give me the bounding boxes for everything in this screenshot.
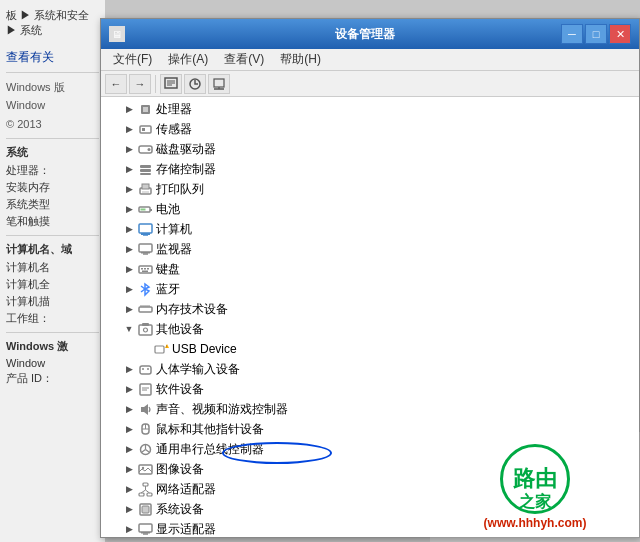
label-monitor: 监视器: [156, 241, 192, 258]
system-type-label: 系统类型: [6, 197, 99, 212]
tree-item-audio[interactable]: ▶ 声音、视频和游戏控制器: [101, 399, 639, 419]
arrow-bluetooth: ▶: [121, 281, 137, 297]
tree-item-keyboard[interactable]: ▶ 键盘: [101, 259, 639, 279]
product-id-label: 产品 ID：: [6, 371, 99, 386]
divider-1: [6, 72, 99, 73]
svg-rect-22: [140, 208, 145, 210]
menu-view[interactable]: 查看(V): [216, 49, 272, 70]
tree-item-usb-device[interactable]: ▶ ! USB Device: [101, 339, 639, 359]
tree-item-processor[interactable]: ▶ 处理器: [101, 99, 639, 119]
arrow-image: ▶: [121, 461, 137, 477]
divider-4: [6, 332, 99, 333]
tree-item-other[interactable]: ▼ 其他设备: [101, 319, 639, 339]
arrow-disk: ▶: [121, 141, 137, 157]
menu-action[interactable]: 操作(A): [160, 49, 216, 70]
update-icon: [188, 77, 202, 91]
icon-keyboard: [137, 261, 153, 277]
icon-sensor: [137, 121, 153, 137]
svg-rect-46: [140, 366, 151, 374]
computer-desc-label: 计算机描: [6, 294, 99, 309]
scan-button[interactable]: [208, 74, 230, 94]
arrow-software: ▶: [121, 381, 137, 397]
svg-rect-9: [143, 107, 148, 112]
svg-point-13: [147, 148, 150, 151]
maximize-button[interactable]: □: [585, 24, 607, 44]
icon-computer: [137, 221, 153, 237]
label-keyboard: 键盘: [156, 261, 180, 278]
arrow-processor: ▶: [121, 101, 137, 117]
svg-rect-32: [147, 268, 149, 270]
tree-item-sensor[interactable]: ▶ 传感器: [101, 119, 639, 139]
arrow-mouse: ▶: [121, 421, 137, 437]
arrow-battery: ▶: [121, 201, 137, 217]
menu-help[interactable]: 帮助(H): [272, 49, 329, 70]
svg-line-57: [142, 449, 146, 452]
label-usb-device: USB Device: [172, 342, 237, 356]
svg-rect-34: [139, 307, 152, 312]
label-image: 图像设备: [156, 461, 204, 478]
back-button[interactable]: ←: [105, 74, 127, 94]
update-button[interactable]: [184, 74, 206, 94]
svg-line-58: [145, 449, 149, 452]
tree-item-memory[interactable]: ▶ 内存技术设备: [101, 299, 639, 319]
forward-button[interactable]: →: [129, 74, 151, 94]
label-storage: 存储控制器: [156, 161, 216, 178]
windows-value: Window: [6, 357, 99, 369]
svg-rect-19: [142, 191, 149, 193]
arrow-system: ▶: [121, 501, 137, 517]
pen-label: 笔和触摸: [6, 214, 99, 229]
watermark: 路由 之家 (www.hhhyh.com): [430, 432, 640, 542]
see-also-title[interactable]: 查看有关: [6, 49, 99, 66]
watermark-logo-circle: 路由 之家: [500, 444, 570, 514]
minimize-button[interactable]: ─: [561, 24, 583, 44]
icon-processor: [137, 101, 153, 117]
label-battery: 电池: [156, 201, 180, 218]
close-button[interactable]: ✕: [609, 24, 631, 44]
svg-rect-40: [139, 325, 152, 335]
divider-3: [6, 235, 99, 236]
icon-image: [137, 461, 153, 477]
tree-item-disk[interactable]: ▶ 磁盘驱动器: [101, 139, 639, 159]
svg-rect-18: [142, 184, 149, 189]
tree-item-storage[interactable]: ▶ 存储控制器: [101, 159, 639, 179]
svg-text:!: !: [166, 344, 167, 348]
svg-rect-10: [140, 126, 151, 133]
icon-battery: [137, 201, 153, 217]
tree-item-monitor[interactable]: ▶ 监视器: [101, 239, 639, 259]
windows-edition: Windows 版: [6, 79, 99, 96]
windows-name: Window: [6, 97, 99, 114]
svg-rect-11: [142, 128, 145, 131]
window-title: 设备管理器: [169, 26, 561, 43]
computer-section: 计算机名、域: [6, 242, 99, 257]
tree-item-battery[interactable]: ▶ 电池: [101, 199, 639, 219]
arrow-sensor: ▶: [121, 121, 137, 137]
label-bluetooth: 蓝牙: [156, 281, 180, 298]
arrow-keyboard: ▶: [121, 261, 137, 277]
arrow-audio: ▶: [121, 401, 137, 417]
svg-rect-23: [139, 224, 152, 233]
tree-item-hid[interactable]: ▶ 人体学输入设备: [101, 359, 639, 379]
svg-point-48: [147, 368, 149, 370]
label-memory: 内存技术设备: [156, 301, 228, 318]
arrow-display: ▶: [121, 521, 137, 537]
tree-item-software[interactable]: ▶ 软件设备: [101, 379, 639, 399]
ram-label: 安装内存: [6, 180, 99, 195]
menu-file[interactable]: 文件(F): [105, 49, 160, 70]
svg-rect-15: [140, 169, 151, 172]
svg-rect-61: [143, 483, 148, 486]
arrow-printer: ▶: [121, 181, 137, 197]
properties-icon: [164, 77, 178, 91]
label-other: 其他设备: [156, 321, 204, 338]
label-processor: 处理器: [156, 101, 192, 118]
tree-item-computer[interactable]: ▶ 计算机: [101, 219, 639, 239]
scan-icon: [212, 77, 226, 91]
svg-rect-62: [139, 493, 144, 496]
label-system: 系统设备: [156, 501, 204, 518]
tree-item-bluetooth[interactable]: ▶ 蓝牙: [101, 279, 639, 299]
tree-item-printer[interactable]: ▶ 打印队列: [101, 179, 639, 199]
svg-rect-63: [147, 493, 152, 496]
properties-button[interactable]: [160, 74, 182, 94]
svg-point-47: [142, 368, 144, 370]
svg-rect-16: [140, 173, 151, 175]
icon-memory: [137, 301, 153, 317]
